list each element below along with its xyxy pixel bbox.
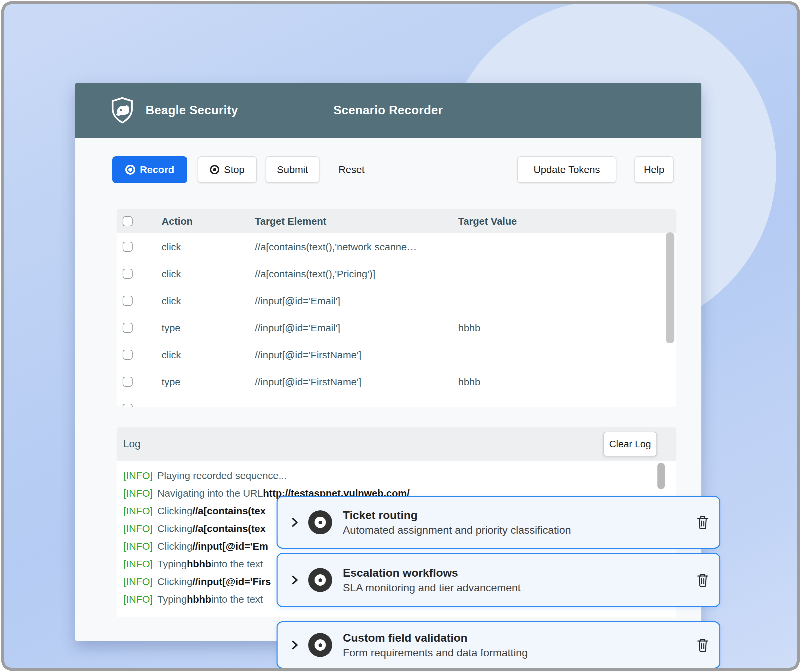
info-tag: [INFO] [123,488,153,499]
card-subtitle: SLA monitoring and tier advancement [343,582,521,594]
target-element-cell: //input[@id='FirstName'] [255,376,362,388]
stop-circle-icon [210,165,219,174]
action-cell: click [162,268,181,280]
info-tag: [INFO] [123,594,153,605]
log-text: Clicking [157,505,192,517]
record-disc-icon [308,568,332,592]
record-circle-icon [125,165,135,175]
row-checkbox[interactable] [122,350,133,360]
select-all-checkbox[interactable] [122,216,133,226]
stop-button[interactable]: Stop [198,156,257,183]
target-value-cell: hbhb [458,376,481,388]
action-cell: click [162,295,181,307]
table-row: type //input[@id='FirstName'] hbhb [117,368,676,395]
card-subtitle: Form requirements and data formatting [343,647,528,659]
reset-button[interactable]: Reset [333,156,370,183]
column-header-target-value: Target Value [458,216,517,227]
log-text: Typing [157,558,187,570]
record-button-label: Record [140,164,174,175]
help-button[interactable]: Help [634,156,674,183]
page-title: Scenario Recorder [333,103,443,117]
record-disc-icon [308,633,332,657]
log-text: into the text [211,558,263,570]
row-checkbox[interactable] [122,323,133,333]
table-scrollbar-thumb[interactable] [666,232,674,343]
chevron-right-icon[interactable] [291,575,298,585]
scenario-card-escalation-workflows[interactable]: Escalation workflows SLA monitoring and … [277,553,721,607]
log-text: Playing recorded sequence... [157,470,287,481]
log-text: Clicking [157,541,192,552]
beagle-shield-icon [110,97,135,125]
log-text-bold: hbhb [187,558,211,570]
info-tag: [INFO] [123,576,153,587]
row-checkbox[interactable] [122,377,133,387]
card-subtitle: Automated assignment and priority classi… [343,524,571,536]
submit-button[interactable]: Submit [265,156,320,183]
card-title: Escalation workflows [343,566,521,579]
actions-table: Action Target Element Target Value click… [117,209,676,407]
action-cell: type [162,322,180,334]
scenario-card-ticket-routing[interactable]: Ticket routing Automated assignment and … [277,496,721,549]
table-header-row: Action Target Element Target Value [117,209,676,233]
chevron-right-icon[interactable] [291,517,298,528]
log-text: Typing [157,594,187,605]
card-title: Custom field validation [343,631,528,644]
target-element-cell: //input[@id='Email'] [255,322,340,334]
table-row-partial [117,395,676,407]
table-row: click //a[contains(text(),'network scann… [117,233,676,260]
row-checkbox[interactable] [122,269,133,279]
clear-log-label: Clear Log [609,439,651,450]
column-header-target-element: Target Element [255,216,327,227]
row-checkbox[interactable] [122,296,133,306]
scenario-card-custom-field-validation[interactable]: Custom field validation Form requirement… [277,621,721,669]
target-element-cell: //a[contains(text(),'Pricing')] [255,268,375,280]
info-tag: [INFO] [123,541,153,552]
table-row: click //input[@id='Email'] [117,287,676,314]
log-text: Navigating into the URL [157,488,263,499]
table-row: click //a[contains(text(),'Pricing')] [117,260,676,287]
submit-button-label: Submit [277,164,308,175]
action-cell: click [162,349,181,361]
log-title: Log [123,438,141,450]
log-scrollbar-thumb[interactable] [658,463,665,489]
target-value-cell: hbhb [458,322,481,334]
log-line: [INFO] Playing recorded sequence... [123,467,676,484]
record-button[interactable]: Record [112,156,187,183]
help-button-label: Help [644,164,664,175]
log-text-bold: //input[@id='Em [192,541,268,552]
log-text-bold: //a[contains(tex [192,523,265,534]
stop-button-label: Stop [224,164,244,175]
target-element-cell: //input[@id='Email'] [255,295,340,307]
log-text: Clicking [157,576,192,587]
brand-name: Beagle Security [146,103,238,117]
action-cell: type [162,376,180,388]
row-checkbox[interactable] [122,404,133,407]
target-element-cell: //a[contains(text(),'network scanne… [255,241,417,253]
clear-log-button[interactable]: Clear Log [603,432,657,456]
log-text-bold: hbhb [187,594,211,605]
update-tokens-label: Update Tokens [534,164,600,175]
table-row: type //input[@id='Email'] hbhb [117,314,676,341]
info-tag: [INFO] [123,505,153,517]
log-text: Clicking [157,523,192,534]
record-disc-icon [308,510,332,534]
row-checkbox[interactable] [122,242,133,252]
chevron-right-icon[interactable] [291,640,298,650]
trash-icon[interactable] [696,572,709,588]
card-title: Ticket routing [343,509,571,522]
column-header-action: Action [162,216,193,227]
info-tag: [INFO] [123,470,153,481]
app-header: Beagle Security Scenario Recorder [75,83,701,138]
trash-icon[interactable] [696,515,709,530]
log-text: into the text [211,594,263,605]
target-element-cell: //input[@id='FirstName'] [255,349,362,361]
log-text-bold: //input[@id='Firs [192,576,271,587]
trash-icon[interactable] [696,637,709,653]
log-header: Log Clear Log [117,427,676,461]
table-row: click //input[@id='FirstName'] [117,341,676,368]
info-tag: [INFO] [123,523,153,534]
update-tokens-button[interactable]: Update Tokens [517,156,616,183]
log-text-bold: //a[contains(tex [192,505,265,517]
action-cell: click [162,241,181,253]
reset-button-label: Reset [339,164,365,175]
